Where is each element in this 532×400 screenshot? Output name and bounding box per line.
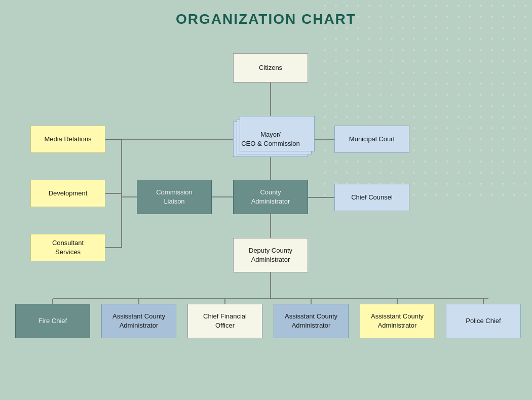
asst-admin-2-box: Assisstant CountyAdministrator	[274, 304, 349, 338]
commission-liaison-box: CommissionLiaison	[137, 180, 212, 214]
page-title: ORGANIZATION CHART	[0, 0, 532, 27]
municipal-court-box: Municipal Court	[334, 126, 409, 153]
development-box: Development	[30, 180, 105, 207]
deputy-box: Deputy CountyAdministrator	[233, 238, 308, 272]
mayor-box: Mayor/CEO & Commission	[233, 122, 308, 157]
asst-admin-3-box: Assisstant CountyAdministrator	[360, 304, 435, 338]
connector-lines	[0, 35, 532, 400]
citizens-box: Citizens	[233, 53, 308, 83]
county-admin-box: CountyAdministrator	[233, 180, 308, 214]
media-relations-box: Media Relations	[30, 126, 105, 153]
asst-admin-1-box: Assisstant CountyAdministrator	[101, 304, 176, 338]
police-chief-box: Police Chief	[446, 304, 521, 338]
fire-chief-box: Fire Chief	[15, 304, 90, 338]
consultant-box: ConsultantServices	[30, 234, 105, 261]
cfo-box: Chief FinancialOfficer	[187, 304, 262, 338]
chief-counsel-box: Chief Counsel	[334, 184, 409, 211]
chart-area: Citizens Mayor/CEO & Commission Municipa…	[0, 35, 532, 400]
